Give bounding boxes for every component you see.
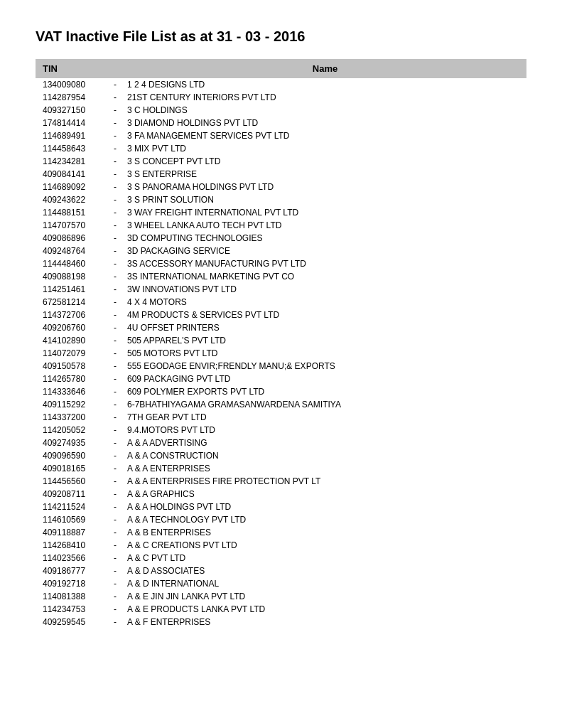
dash-cell: -: [107, 321, 124, 334]
name-cell: A & A GRAPHICS: [124, 488, 526, 500]
dash-cell: -: [107, 78, 124, 91]
tin-cell: 409115292: [36, 398, 107, 411]
table-row: 409192718-A & D INTERNATIONAL: [36, 577, 526, 590]
name-cell: A & A ADVERTISING: [124, 437, 526, 449]
tin-cell: 114372706: [36, 309, 107, 321]
table-row: 409243622-3 S PRINT SOLUTION: [36, 193, 526, 206]
dash-cell: -: [107, 616, 124, 628]
tin-cell: 114211524: [36, 500, 107, 513]
tin-cell: 114707570: [36, 219, 107, 232]
name-cell: 3 S PANORAMA HOLDINGS PVT LTD: [124, 181, 526, 193]
name-cell: 505 MOTORS PVT LTD: [124, 347, 526, 360]
dash-cell: -: [107, 104, 124, 117]
name-cell: A & F ENTERPRISES: [124, 616, 526, 628]
name-cell: A & A CONSTRUCTION: [124, 449, 526, 462]
tin-cell: 114488151: [36, 206, 107, 219]
tin-cell: 409088198: [36, 270, 107, 283]
table-row: 114456560-A & A ENTERPRISES FIRE PROTECT…: [36, 475, 526, 488]
tin-cell: 114268410: [36, 539, 107, 552]
table-row: 409208711-A & A GRAPHICS: [36, 488, 526, 500]
dash-cell: -: [107, 539, 124, 552]
dash-cell: -: [107, 411, 124, 424]
name-cell: A & A HOLDINGS PVT LTD: [124, 500, 526, 513]
table-row: 114689092-3 S PANORAMA HOLDINGS PVT LTD: [36, 181, 526, 193]
name-cell: A & C CREATIONS PVT LTD: [124, 539, 526, 552]
dash-cell: -: [107, 181, 124, 193]
tin-cell: 114205052: [36, 424, 107, 437]
dash-cell: -: [107, 552, 124, 564]
table-row: 114234753-A & E PRODUCTS LANKA PVT LTD: [36, 603, 526, 616]
tin-cell: 672581214: [36, 296, 107, 309]
page-title: VAT Inactive File List as at 31 - 03 - 2…: [36, 28, 526, 45]
dash-col-header: [107, 59, 124, 78]
tin-cell: 409018165: [36, 462, 107, 475]
name-cell: 3 S CONCEPT PVT LTD: [124, 155, 526, 168]
name-cell: A & A ENTERPRISES: [124, 462, 526, 475]
name-cell: 3S ACCESSORY MANUFACTURING PVT LTD: [124, 257, 526, 270]
name-cell: 1 2 4 DESIGNS LTD: [124, 78, 526, 91]
name-cell: 3 DIAMOND HOLDINGS PVT LTD: [124, 117, 526, 129]
tin-cell: 114234281: [36, 155, 107, 168]
tin-cell: 114333646: [36, 385, 107, 398]
name-cell: 555 EGODAGE ENVIR;FRENDLY MANU;& EXPORTS: [124, 360, 526, 373]
tin-cell: 409084141: [36, 168, 107, 181]
dash-cell: -: [107, 373, 124, 385]
table-row: 114488151-3 WAY FREIGHT INTERNATIONAL PV…: [36, 206, 526, 219]
name-cell: 609 POLYMER EXPORTS PVT LTD: [124, 385, 526, 398]
dash-cell: -: [107, 398, 124, 411]
dash-cell: -: [107, 91, 124, 104]
table-row: 134009080-1 2 4 DESIGNS LTD: [36, 78, 526, 91]
name-cell: 3 WAY FREIGHT INTERNATIONAL PVT LTD: [124, 206, 526, 219]
dash-cell: -: [107, 117, 124, 129]
dash-cell: -: [107, 526, 124, 539]
dash-cell: -: [107, 437, 124, 449]
dash-cell: -: [107, 193, 124, 206]
table-row: 409118887-A & B ENTERPRISES: [36, 526, 526, 539]
table-row: 672581214-4 X 4 MOTORS: [36, 296, 526, 309]
name-cell: 9.4.MOTORS PVT LTD: [124, 424, 526, 437]
dash-cell: -: [107, 603, 124, 616]
name-cell: 3 S PRINT SOLUTION: [124, 193, 526, 206]
name-cell: 505 APPAREL'S PVT LTD: [124, 334, 526, 347]
name-cell: A & A TECHNOLOGY PVT LTD: [124, 513, 526, 526]
table-row: 114337200-7TH GEAR PVT LTD: [36, 411, 526, 424]
table-row: 409018165-A & A ENTERPRISES: [36, 462, 526, 475]
table-row: 409206760-4U OFFSET PRINTERS: [36, 321, 526, 334]
table-row: 114251461-3W INNOVATIONS PVT LTD: [36, 283, 526, 296]
table-row: 409115292-6-7BHATHIYAGAMA GRAMASANWARDEN…: [36, 398, 526, 411]
table-row: 409259545-A & F ENTERPRISES: [36, 616, 526, 628]
tin-cell: 114265780: [36, 373, 107, 385]
name-cell: A & B ENTERPRISES: [124, 526, 526, 539]
tin-column-header: TIN: [36, 59, 107, 78]
dash-cell: -: [107, 283, 124, 296]
tin-cell: 409206760: [36, 321, 107, 334]
dash-cell: -: [107, 257, 124, 270]
name-cell: 7TH GEAR PVT LTD: [124, 411, 526, 424]
dash-cell: -: [107, 129, 124, 142]
tin-cell: 114234753: [36, 603, 107, 616]
dash-cell: -: [107, 232, 124, 245]
dash-cell: -: [107, 360, 124, 373]
tin-cell: 409243622: [36, 193, 107, 206]
tin-cell: 114448460: [36, 257, 107, 270]
table-row: 114234281-3 S CONCEPT PVT LTD: [36, 155, 526, 168]
name-cell: 609 PACKAGING PVT LTD: [124, 373, 526, 385]
table-row: 114287954-21ST CENTURY INTERIORS PVT LTD: [36, 91, 526, 104]
name-cell: 3 MIX PVT LTD: [124, 142, 526, 155]
dash-cell: -: [107, 577, 124, 590]
name-cell: 21ST CENTURY INTERIORS PVT LTD: [124, 91, 526, 104]
dash-cell: -: [107, 475, 124, 488]
tin-cell: 414102890: [36, 334, 107, 347]
tin-cell: 114458643: [36, 142, 107, 155]
dash-cell: -: [107, 590, 124, 603]
table-row: 409327150-3 C HOLDINGS: [36, 104, 526, 117]
table-header-row: TIN Name: [36, 59, 526, 78]
dash-cell: -: [107, 309, 124, 321]
table-row: 414102890-505 APPAREL'S PVT LTD: [36, 334, 526, 347]
table-row: 114333646-609 POLYMER EXPORTS PVT LTD: [36, 385, 526, 398]
dash-cell: -: [107, 142, 124, 155]
dash-cell: -: [107, 385, 124, 398]
tin-cell: 114072079: [36, 347, 107, 360]
table-row: 114610569-A & A TECHNOLOGY PVT LTD: [36, 513, 526, 526]
tin-cell: 409259545: [36, 616, 107, 628]
